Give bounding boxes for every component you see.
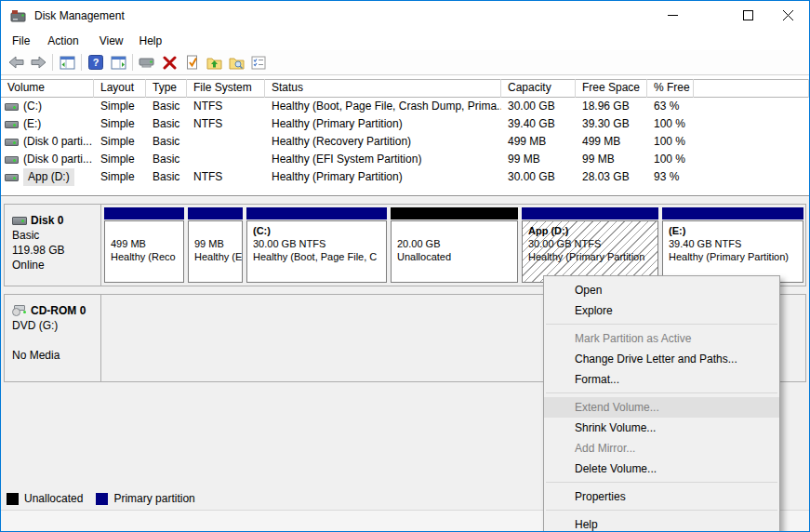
volume-row-recovery[interactable]: (Disk 0 parti... Simple Basic Healthy (R… (1, 133, 809, 151)
volume-row-c[interactable]: (C:) Simple Basic NTFS Healthy (Boot, Pa… (1, 98, 809, 115)
menu-item-extend-volume: Extend Volume... (544, 397, 779, 418)
partition-label (397, 224, 517, 237)
partition-context-menu: Open Explore Mark Partition as Active Ch… (543, 275, 780, 532)
partition-size: 99 MB (194, 237, 242, 250)
forward-button[interactable] (27, 52, 49, 73)
folder-up-icon (206, 56, 222, 70)
disk-size: 119.98 GB (12, 243, 100, 258)
cell-layout: Simple (94, 98, 146, 115)
partition-c[interactable]: (C:) 30.00 GB NTFS Healthy (Boot, Page F… (246, 207, 387, 283)
legend-item-primary-partition: Primary partition (96, 492, 194, 505)
folder-search-icon (229, 56, 245, 70)
menu-item-format[interactable]: Format... (544, 369, 779, 390)
partition-recovery[interactable]: 499 MB Healthy (Reco (104, 207, 184, 283)
toolbar-separator (132, 54, 133, 71)
menu-item-help[interactable]: Help (544, 514, 779, 532)
cell-file-system (187, 133, 265, 151)
close-button[interactable] (772, 1, 803, 29)
toolbar-separator (81, 54, 82, 71)
cell-free-space: 18.96 GB (576, 98, 647, 115)
minimize-button[interactable] (657, 1, 688, 29)
menu-item-explore[interactable]: Explore (544, 300, 779, 321)
partition-unallocated[interactable]: 20.00 GB Unallocated (391, 207, 518, 283)
cell-file-system: NTFS (187, 98, 265, 115)
explore-folder-button[interactable] (225, 52, 247, 73)
partition-color-bar (662, 207, 803, 219)
menu-separator (546, 392, 777, 393)
cell-layout: Simple (94, 168, 146, 186)
back-button[interactable] (5, 52, 27, 73)
action-pane-icon (111, 56, 126, 70)
column-header-volume[interactable]: Volume (1, 79, 94, 98)
partition-label: App (D:) (528, 224, 657, 237)
menu-file[interactable]: File (7, 33, 34, 49)
show-console-tree-button[interactable] (56, 52, 78, 73)
column-header-file-system[interactable]: File System (187, 79, 265, 98)
open-folder-button[interactable] (203, 52, 225, 73)
properties-list-button[interactable] (247, 52, 270, 73)
menu-action[interactable]: Action (43, 33, 83, 49)
disk-icon (12, 217, 27, 225)
menu-item-delete-volume[interactable]: Delete Volume... (544, 459, 779, 479)
menu-bar: File Action View Help (1, 31, 809, 50)
maximize-button[interactable] (732, 1, 764, 29)
show-action-pane-button[interactable] (107, 52, 129, 73)
disk-name: Disk 0 (31, 213, 63, 228)
partition-status: Healthy (Reco (111, 250, 183, 263)
help-button[interactable]: ? (85, 52, 107, 73)
help-icon: ? (88, 55, 103, 70)
menu-separator (546, 482, 777, 483)
menu-view[interactable]: View (95, 33, 128, 49)
properties-list-icon (251, 56, 266, 70)
column-header-status[interactable]: Status (265, 79, 501, 98)
menu-help[interactable]: Help (135, 33, 167, 49)
column-header-layout[interactable]: Layout (94, 79, 146, 98)
cell-type: Basic (146, 98, 187, 115)
window-title: Disk Management (34, 9, 125, 22)
partition-status: Unallocated (397, 250, 517, 263)
menu-item-open[interactable]: Open (544, 280, 779, 300)
volume-icon (5, 174, 19, 181)
cdrom-name: CD-ROM 0 (31, 303, 86, 318)
cell-status: Healthy (Primary Partition) (265, 115, 501, 133)
cell-capacity: 99 MB (501, 151, 576, 168)
volume-icon (5, 103, 19, 111)
cell-pct-free: 93 % (647, 168, 694, 186)
disk-state: Online (12, 258, 100, 273)
toolbar: ? (1, 50, 809, 75)
column-header-capacity[interactable]: Capacity (501, 79, 576, 98)
partition-efi[interactable]: 99 MB Healthy (E (188, 207, 243, 283)
column-header-free-space[interactable]: Free Space (576, 79, 647, 98)
cell-status: Healthy (Boot, Page File, Crash Dump, Pr… (265, 98, 501, 115)
svg-text:?: ? (93, 57, 100, 68)
mark-active-button[interactable] (180, 52, 203, 73)
partition-size: 20.00 GB (397, 237, 517, 250)
cdrom-0-panel[interactable]: CD-ROM 0 DVD (G:) No Media (5, 295, 101, 381)
volume-name: (C:) (23, 98, 42, 115)
partition-e[interactable]: (E:) 39.40 GB NTFS Healthy (Primary Part… (662, 207, 803, 283)
back-icon (8, 56, 24, 69)
menu-item-shrink-volume[interactable]: Shrink Volume... (544, 418, 779, 438)
volume-row-e[interactable]: (E:) Simple Basic NTFS Healthy (Primary … (1, 115, 809, 133)
volume-row-app-d[interactable]: App (D:) Simple Basic NTFS Healthy (Prim… (1, 168, 809, 186)
cdrom-drive-letter: DVD (G:) (12, 318, 100, 333)
menu-item-change-drive-letter[interactable]: Change Drive Letter and Paths... (544, 349, 779, 369)
cell-type: Basic (146, 151, 187, 168)
disk-view-icon (139, 56, 155, 69)
primary-partition-swatch (96, 493, 108, 505)
cell-file-system: NTFS (187, 168, 265, 186)
partition-app-d-selected[interactable]: App (D:) 30.00 GB NTFS Healthy (Primary … (522, 207, 658, 283)
volume-row-efi[interactable]: (Disk 0 parti... Simple Basic Healthy (E… (1, 151, 809, 168)
partition-size: 30.00 GB NTFS (253, 237, 386, 250)
disk-0-panel[interactable]: Disk 0 Basic 119.98 GB Online (5, 205, 101, 286)
partition-color-bar (104, 207, 184, 219)
menu-item-properties[interactable]: Properties (544, 486, 779, 507)
partition-label (194, 224, 242, 237)
column-header-pct-free[interactable]: % Free (647, 79, 694, 98)
delete-volume-button[interactable] (158, 52, 180, 73)
disk-view-button[interactable] (136, 52, 158, 73)
disk-0-row: Disk 0 Basic 119.98 GB Online 499 MB Hea… (4, 204, 806, 286)
cell-pct-free: 100 % (647, 151, 694, 168)
column-header-type[interactable]: Type (146, 79, 187, 98)
partition-color-bar (246, 207, 387, 219)
